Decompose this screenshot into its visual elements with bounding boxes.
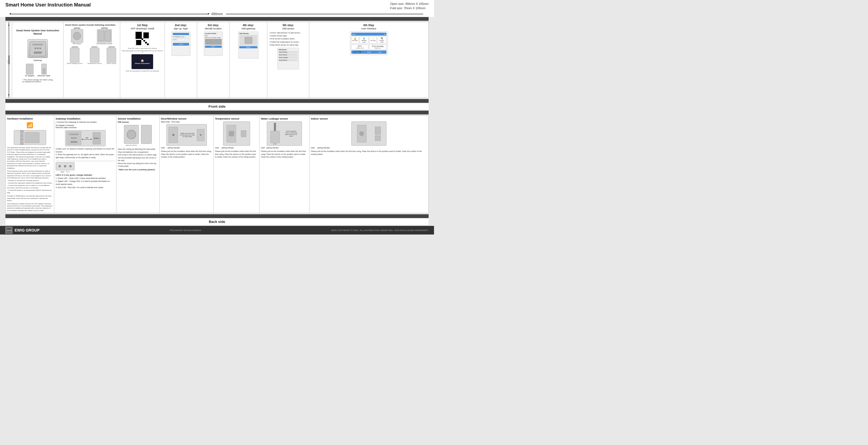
temp-sensor-title: Temperature sensor: [215, 117, 258, 120]
step5-column: 5th step: Add sensor 1.Press "add device…: [267, 22, 309, 98]
water-reset-label: reset: [261, 147, 265, 149]
gw-install-title: Gateway Installation: [56, 117, 115, 120]
gateway-column: Smart Home System User Instruction Manua…: [12, 22, 63, 98]
footer: EWIG EWIG GROUP PRELIMINARY DESIGN 20160…: [0, 226, 434, 235]
indoor-install-note: Please pull out the insulation sheet whe…: [311, 150, 427, 156]
door-install-note: Please pull out the insulation sheet whe…: [161, 150, 212, 159]
ui-bedroom: Bedroom: [371, 47, 385, 49]
step1-column: 1st Step APP download, install Scan QR c…: [120, 22, 165, 98]
step1-number: 1st Step: [137, 24, 148, 27]
modem-label: Modem: [93, 132, 101, 144]
step4-column: 4th step: Add gateway Add Gateway FINISH: [229, 22, 267, 98]
ui-no-open: No Open: [352, 40, 358, 41]
temp-reset-label: reset: [215, 147, 219, 149]
hardware-column: Hardware Installation 📶 This equipment h…: [6, 116, 54, 213]
step6-column: 6th Step User interface Eng ⚙ 🔒 No Open: [309, 22, 428, 98]
indoor-sensor-title: Indoor sensor: [311, 117, 427, 120]
main-body-label: Main body: [161, 121, 169, 123]
step5-instructions: 1.Press "add devices" to add sensor; 2.S…: [269, 31, 307, 47]
pir-diagram: pairing indicator: [118, 125, 158, 146]
measurement-label: 490mm: [208, 12, 226, 16]
top-dark-bar: [5, 17, 429, 21]
step4-title: Add gateway: [231, 27, 266, 30]
gw-adapter-label: 5V Adapter Connector: [56, 125, 115, 126]
size-info: Open size: 490mm X 105mm Fold size: 70mm…: [390, 2, 429, 10]
door-pairing-label: pairing indicator: [167, 147, 180, 149]
water-labels: reset pairing indicator: [261, 147, 308, 149]
step6-number: 6th Step: [364, 24, 374, 27]
water-sensor-title: Water Leakage sensor: [261, 117, 308, 120]
door-labels-bottom: reset pairing indicator: [161, 147, 212, 149]
gw-distance-label: 1m: [86, 137, 88, 139]
gw-led-items: 1. Power LED - Green LED. It does show E…: [56, 177, 115, 189]
footer-copyright: EWIG COPYRIGHT © 2016 - ALL DISTRIBUTION…: [331, 229, 429, 232]
sensor-install-sub: PIR sensor: [118, 121, 158, 123]
gateway-label: Gateway: [33, 59, 42, 62]
grp007-name: Temperature sensor: [88, 63, 102, 64]
gw-reset-section: reset 3 2 1: [56, 162, 115, 173]
back-section-label: Back side: [5, 218, 429, 225]
hardware-fcc-note2: This equipment complies with the FCC RF …: [7, 203, 53, 212]
wifi-icon: 📶: [7, 122, 53, 129]
hardware-fcc-text2: If this equipment does cause harmful int…: [7, 170, 53, 179]
ui-away-tab[interactable]: Away: [366, 51, 372, 53]
door-sensor-column: Door/Window sensor Main body Vice body M…: [160, 116, 214, 213]
adaptor-label: 5V Adaptor: [25, 75, 35, 77]
step1-download-text: Click the download to install APP automa…: [126, 70, 159, 72]
grp008-name: Indoor sensor: [106, 63, 116, 64]
door-sensor-title: Door/Window sensor: [161, 117, 212, 120]
bottom-dark-bar: [5, 99, 429, 103]
footer-preliminary: PRELIMINARY DESIGN 20160519: [169, 229, 201, 232]
water-sensor-column: Water Leakage sensor probe Tie the cable…: [259, 116, 310, 213]
step5-title: Add sensor: [269, 27, 307, 30]
step3-number: 3rd step:: [208, 24, 219, 27]
footer-brand: EWIG EWIG GROUP: [5, 227, 40, 234]
indoor-diagram: [351, 122, 386, 146]
water-diagram: probe Tie the cable by velcro, ensure th…: [267, 122, 302, 146]
grp001-name: PIR sensor: [73, 43, 81, 44]
temp-diagram: [223, 122, 250, 146]
gateway-image: [28, 39, 48, 58]
gw-reset-label: reset: [61, 171, 64, 173]
ui-home-tab[interactable]: Home: [354, 51, 361, 53]
vertical-dimension-label: ▲ 105mm ▼: [6, 22, 12, 98]
pir-pairing-label: pairing indicator: [126, 144, 137, 146]
indoor-labels: reset pairing indicator: [311, 147, 427, 149]
indoor-sensor-column: Indoor sensor reset pairing indicator Pl…: [310, 116, 428, 213]
door-labels: Main body Vice body: [161, 121, 212, 123]
step2-column: 2nd step: sign up, login email@gmail.com…: [165, 22, 197, 98]
gw-nums: 3 2 1: [66, 171, 70, 173]
pir-open-note: Open the casing by detaching the back pl…: [118, 148, 158, 168]
grp001-code: GRP001: [74, 27, 81, 29]
indoor-reset-label: reset: [311, 147, 315, 149]
indoor-pairing-label: pairing indicator: [317, 147, 330, 149]
front-section-label: Front side: [5, 103, 429, 109]
gw-connect-bullet: • Connect the Gateway to internet via mo…: [56, 121, 115, 123]
ewig-logo: EWIG: [5, 227, 12, 234]
pir-lens-note: * Make sure the Lens is pointing upwards…: [118, 169, 158, 171]
gateway-install-column: Gateway Installation • Connect the Gatew…: [54, 116, 116, 213]
water-pairing-label: pairing indicator: [266, 147, 279, 149]
sensor-install-column: Sensor Installation PIR sensor pairing i…: [116, 116, 160, 213]
ui-vaca-tab[interactable]: Vaca.: [377, 51, 383, 53]
ui-kitchen: Kitchen- Leak: [379, 40, 385, 43]
ui-no-leak: No Leak: [370, 40, 376, 41]
step1-scan-text: Scan QR code or type below link directly: [128, 47, 157, 49]
grp006-name: Water leakage sensor: [67, 63, 83, 64]
door-diagram: Make sure the dots on devices are close …: [166, 124, 207, 146]
step1-title: APP download, install: [131, 27, 154, 30]
gw-led-title: LED's 3 X red, green, orange indicator: [56, 174, 115, 176]
step2-title: sign up, login: [174, 27, 188, 30]
gw-instructions: a.Make sure 1m distance between Gateway …: [56, 148, 115, 159]
cable-label: Ethernet Cable: [37, 75, 50, 77]
temp-pairing-label: pairing indicator: [221, 147, 234, 149]
sensor-install-title: Sensor Installation: [118, 117, 158, 120]
hardware-changes-note: Changes or Modifications not expressly a…: [7, 195, 53, 202]
page-title: Smart Home User Instruction Manual: [5, 2, 91, 8]
vice-body-label: Vice body: [171, 121, 180, 123]
gw-diagram: 1m ◄ ► Modem: [65, 130, 105, 146]
temp-labels: reset pairing indicator: [215, 147, 258, 149]
gateway-note: * This device design for indoor using, n…: [22, 79, 53, 82]
ui-humidity: 51% Humidity: [371, 45, 385, 47]
back-section: Hardware Installation 📶 This equipment h…: [5, 115, 429, 213]
